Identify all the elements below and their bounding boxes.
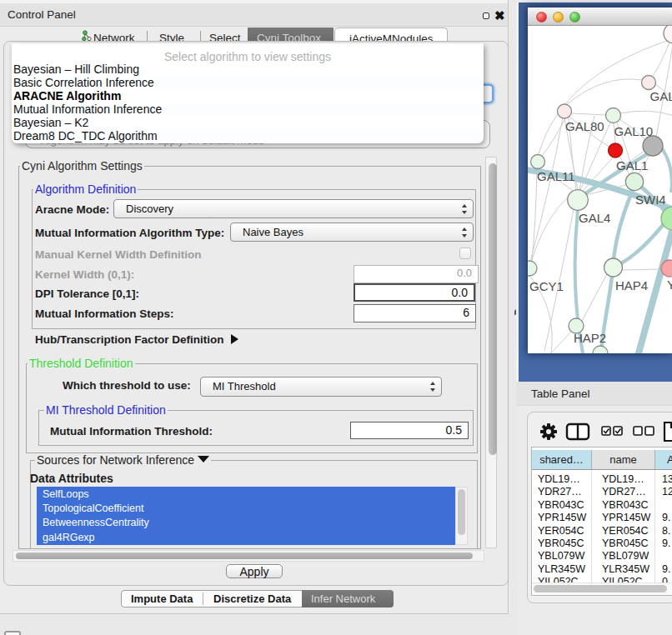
svg-text:HAP4: HAP4 [615,278,648,292]
svg-text:GAL10: GAL10 [614,124,654,138]
svg-text:GAL80: GAL80 [565,119,604,133]
svg-text:SWI4: SWI4 [635,192,666,207]
svg-text:GAL4: GAL4 [579,211,610,225]
svg-text:GAL11: GAL11 [537,169,575,183]
svg-text:Y: Y [667,278,672,292]
svg-text:GAL1: GAL1 [616,158,648,172]
svg-text:GCY1: GCY1 [529,279,564,293]
svg-text:HAP2: HAP2 [574,331,606,345]
svg-text:GAL: GAL [650,89,672,103]
